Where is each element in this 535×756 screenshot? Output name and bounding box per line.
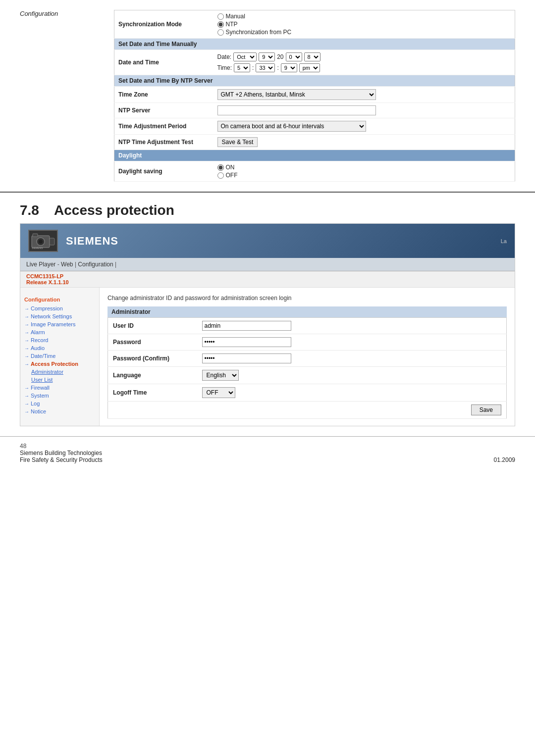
sidebar-label-userlist: User List [31, 377, 53, 383]
daylight-saving-value: ON OFF [214, 161, 515, 182]
time-min-select[interactable]: 33 [256, 63, 275, 72]
table-row-language: Language English German French Spanish [108, 367, 507, 384]
nav-sep1: - [57, 261, 61, 268]
table-row-confirm: Password (Confirm) [108, 351, 507, 367]
adjustment-period-select[interactable]: On camera boot and at 6-hour intervals [217, 121, 366, 132]
date-time-value: Date: OctJanFebMar AprMayJunJul AugSepNo… [214, 50, 515, 75]
sidebar-label-compression: Compression [31, 305, 63, 311]
set-date-time-header: Set Date and Time Manually [114, 39, 515, 50]
adjustment-period-value: On camera boot and at 6-hour intervals [214, 118, 515, 135]
password-label: Password [108, 334, 197, 351]
table-row-password: Password [108, 334, 507, 351]
password-input[interactable] [202, 337, 291, 347]
save-button[interactable]: Save [471, 404, 501, 415]
nav-web-link[interactable]: Web [61, 261, 73, 268]
sidebar-item-alarm[interactable]: → Alarm [24, 328, 95, 336]
ntp-server-input[interactable] [217, 105, 376, 115]
time-hour-select[interactable]: 5 [234, 63, 250, 72]
sidebar-item-notice[interactable]: → Notice [24, 407, 95, 415]
sidebar-item-system[interactable]: → System [24, 392, 95, 400]
sidebar-item-userlist[interactable]: User List [24, 376, 95, 384]
arrow-icon-alarm: → [24, 330, 29, 335]
timezone-select[interactable]: GMT +2 Athens, Istanbul, Minsk [217, 89, 376, 100]
sync-mode-label: Synchronization Mode [114, 10, 214, 39]
table-row-logoff: Logoff Time OFF 1 min 5 min 10 min 30 mi… [108, 384, 507, 402]
arrow-icon-system: → [24, 393, 29, 399]
arrow-icon-audio: → [24, 346, 29, 351]
date-day-select[interactable]: 9 [259, 52, 275, 61]
ntp-test-label: NTP Time Adjustment Test [114, 135, 214, 150]
date-hour2-select[interactable]: 0 [286, 52, 302, 61]
sidebar-item-audio[interactable]: → Audio [24, 344, 95, 352]
daylight-off-radio[interactable] [217, 172, 224, 179]
svg-point-2 [39, 240, 43, 244]
sidebar-label-network: Network Settings [31, 313, 72, 319]
logoff-value: OFF 1 min 5 min 10 min 30 min [197, 384, 507, 402]
sync-ntp-radio[interactable] [217, 21, 224, 28]
timezone-label: Time Zone [114, 87, 214, 103]
page-footer: 48 Siemens Building Technologies Fire Sa… [0, 436, 535, 467]
logoff-label: Logoff Time [108, 384, 197, 402]
sidebar-item-admin[interactable]: Administrator [24, 368, 95, 376]
nav-live-link[interactable]: Live Player [26, 261, 55, 268]
section-heading: 7.8 Access protection [20, 202, 515, 218]
sync-mode-value: Manual NTP Synchronization from PC [214, 10, 515, 39]
ntp-server-label: NTP Server [114, 103, 214, 118]
userid-input[interactable] [202, 321, 291, 331]
time-ampm-select[interactable]: pmam [299, 63, 320, 72]
daylight-on-radio[interactable] [217, 164, 224, 171]
time-sep1: : [252, 64, 254, 71]
section-title: Access protection [54, 202, 174, 218]
admin-section-header: Administrator [107, 306, 507, 317]
arrow-icon-network: → [24, 314, 29, 319]
sidebar-item-record[interactable]: → Record [24, 336, 95, 344]
footer-left: 48 Siemens Building Technologies Fire Sa… [20, 441, 103, 463]
sidebar-item-firewall[interactable]: → Firewall [24, 384, 95, 392]
sidebar-item-network[interactable]: → Network Settings [24, 312, 95, 320]
time-sep2: : [277, 64, 278, 71]
camera-ui-frame: SIEMENS SIEMENS La Live Player - Web | C… [20, 223, 515, 426]
time-sec-select[interactable]: 9 [281, 63, 297, 72]
sidebar-item-compression[interactable]: → Compression [24, 304, 95, 312]
arrow-icon-notice: → [24, 409, 29, 414]
arrow-icon-record: → [24, 338, 29, 343]
sync-pc-radio[interactable] [217, 29, 224, 36]
save-test-button[interactable]: Save & Test [217, 137, 258, 147]
camera-icon: SIEMENS [28, 230, 58, 252]
date-year-static: 20 [277, 53, 283, 60]
sidebar-item-log[interactable]: → Log [24, 400, 95, 407]
nav-config-link[interactable]: Configuration [78, 261, 113, 268]
password-value [197, 334, 507, 351]
brand-name: SIEMENS [66, 235, 118, 248]
arrow-icon-compression: → [24, 306, 29, 311]
sync-manual-label: Manual [226, 13, 245, 20]
arrow-icon-log: → [24, 401, 29, 406]
sidebar-section-label: Configuration [24, 297, 95, 302]
date-month-select[interactable]: OctJanFebMar AprMayJunJul AugSepNovDec [233, 52, 257, 61]
userid-label: User ID [108, 318, 197, 334]
confirm-label: Password (Confirm) [108, 351, 197, 367]
language-label: Language [108, 367, 197, 384]
adjustment-period-label: Time Adjustment Period [114, 118, 214, 135]
sidebar-item-image[interactable]: → Image Parameters [24, 320, 95, 328]
language-select[interactable]: English German French Spanish [202, 370, 239, 381]
section-number: 7.8 [20, 202, 39, 218]
userid-value [197, 318, 507, 334]
sidebar-item-datetime[interactable]: → Date/Time [24, 352, 95, 360]
logoff-select[interactable]: OFF 1 min 5 min 10 min 30 min [202, 387, 235, 398]
svg-rect-3 [50, 238, 54, 245]
date-min2-select[interactable]: 8 [304, 52, 321, 61]
page-number: 48 [20, 443, 103, 450]
table-row-userid: User ID [108, 318, 507, 334]
svg-rect-4 [33, 234, 38, 237]
ntp-section-header: Set Date and Time By NTP Server [114, 75, 515, 87]
admin-table: User ID Password Password (C [107, 317, 507, 419]
sync-pc-label: Synchronization from PC [226, 29, 292, 36]
confirm-input[interactable] [202, 353, 291, 363]
sync-manual-radio[interactable] [217, 13, 224, 20]
ui-sidebar: Configuration → Compression → Network Se… [20, 288, 100, 426]
model-release: Release X.1.1.10 [26, 279, 69, 285]
sidebar-item-access[interactable]: → Access Protection [24, 360, 95, 368]
sidebar-label-image: Image Parameters [31, 321, 75, 327]
footer-date: 01.2009 [494, 456, 515, 463]
